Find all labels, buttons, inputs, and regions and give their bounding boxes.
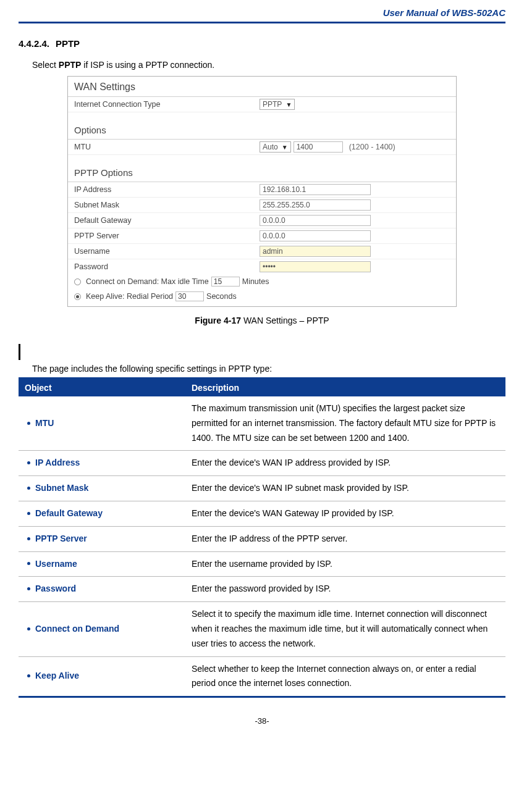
description-cell: Select whether to keep the Internet conn… (185, 656, 505, 697)
intro-post: if ISP is using a PPTP connection. (81, 60, 214, 70)
bullet-icon (27, 512, 30, 515)
ip-input[interactable]: 192.168.10.1 (260, 184, 371, 195)
mask-input[interactable]: 255.255.255.0 (260, 199, 371, 211)
options-title: Options (68, 112, 456, 140)
connect-on-demand-row[interactable]: Connect on Demand: Max idle Time 15 Minu… (68, 274, 456, 289)
keep-alive-row[interactable]: Keep Alive: Redial Period 30 Seconds (68, 289, 456, 306)
cod-idle-input[interactable]: 15 (211, 277, 240, 287)
conn-type-label: Internet Connection Type (74, 100, 260, 109)
section-title: PPTP (56, 38, 80, 49)
conn-type-select[interactable]: PPTP ▼ (260, 99, 295, 110)
ip-label: IP Address (74, 185, 260, 194)
bullet-icon (27, 627, 30, 630)
bullet-icon (27, 674, 30, 677)
gw-input[interactable]: 0.0.0.0 (260, 215, 371, 226)
caret-down-icon: ▼ (285, 101, 292, 108)
col-description: Description (185, 379, 505, 397)
figure-caption: Figure 4-17 WAN Settings – PPTP (19, 316, 505, 325)
bullet-icon (27, 422, 30, 425)
intro-bold: PPTP (59, 60, 82, 70)
section-heading: 4.4.2.4. PPTP (19, 38, 505, 49)
caret-down-icon: ▼ (282, 144, 288, 151)
table-row: Default GatewayEnter the device's WAN Ga… (19, 501, 505, 526)
gw-label: Default Gateway (74, 216, 260, 225)
table-row: Subnet MaskEnter the device's WAN IP sub… (19, 476, 505, 501)
mtu-mode-select[interactable]: Auto ▼ (260, 141, 291, 153)
object-cell: Default Gateway (19, 501, 185, 526)
page-header: User Manual of WBS-502AC (19, 0, 505, 23)
description-cell: Enter the IP address of the PPTP server. (185, 526, 505, 551)
srv-label: PPTP Server (74, 232, 260, 240)
ka-label: Keep Alive: Redial Period (86, 292, 173, 301)
object-cell: MTU (19, 396, 185, 451)
object-cell: Connect on Demand (19, 602, 185, 656)
pptp-options-title: PPTP Options (68, 155, 456, 182)
intro-text: Select PPTP if ISP is using a PPTP conne… (32, 60, 505, 70)
description-cell: Enter the username provided by ISP. (185, 551, 505, 577)
table-row: PPTP ServerEnter the IP address of the P… (19, 526, 505, 551)
table-row: Connect on DemandSelect it to specify th… (19, 602, 505, 656)
figure-title: WAN Settings – PPTP (241, 316, 329, 325)
radio-icon[interactable] (74, 293, 81, 300)
ka-period-input[interactable]: 30 (175, 291, 204, 301)
description-cell: Enter the password provided by ISP. (185, 577, 505, 602)
cod-label: Connect on Demand: Max idle Time (86, 277, 209, 286)
table-row: PasswordEnter the password provided by I… (19, 577, 505, 602)
page-number: -38- (19, 716, 505, 726)
section-number: 4.4.2.4. (19, 38, 49, 49)
text-cursor-icon (19, 344, 20, 360)
table-row: MTUThe maximum transmission unit (MTU) s… (19, 396, 505, 451)
object-cell: Password (19, 577, 185, 602)
wan-settings-title: WAN Settings (68, 77, 456, 97)
bullet-icon (27, 562, 30, 565)
table-intro: The page includes the following specific… (32, 364, 505, 374)
bullet-icon (27, 587, 30, 590)
object-cell: Username (19, 551, 185, 577)
radio-icon[interactable] (74, 278, 81, 285)
settings-table: Object Description MTUThe maximum transm… (19, 377, 505, 698)
table-row: UsernameEnter the username provided by I… (19, 551, 505, 577)
description-cell: Select it to specify the maximum idle ti… (185, 602, 505, 656)
mtu-label: MTU (74, 143, 260, 151)
pass-input[interactable]: ••••• (260, 261, 371, 272)
object-cell: Subnet Mask (19, 476, 185, 501)
description-cell: Enter the device's WAN Gateway IP provid… (185, 501, 505, 526)
figure-number: Figure 4-17 (195, 316, 241, 325)
wan-settings-panel: WAN Settings Internet Connection Type PP… (67, 76, 457, 307)
user-label: Username (74, 247, 260, 256)
mask-label: Subnet Mask (74, 201, 260, 209)
mtu-mode-value: Auto (263, 143, 278, 151)
description-cell: Enter the device's WAN IP address provid… (185, 451, 505, 476)
table-row: Keep AliveSelect whether to keep the Int… (19, 656, 505, 697)
bullet-icon (27, 487, 30, 490)
bullet-icon (27, 537, 30, 540)
mtu-input[interactable]: 1400 (294, 141, 343, 153)
object-cell: PPTP Server (19, 526, 185, 551)
conn-type-value: PPTP (263, 100, 282, 109)
cod-unit: Minutes (242, 277, 269, 286)
table-row: IP AddressEnter the device's WAN IP addr… (19, 451, 505, 476)
ka-unit: Seconds (206, 292, 237, 301)
user-input[interactable]: admin (260, 246, 371, 257)
object-cell: IP Address (19, 451, 185, 476)
object-cell: Keep Alive (19, 656, 185, 697)
description-cell: Enter the device's WAN IP subnet mask pr… (185, 476, 505, 501)
col-object: Object (19, 379, 185, 397)
bullet-icon (27, 461, 30, 464)
description-cell: The maximum transmission unit (MTU) spec… (185, 396, 505, 451)
pass-label: Password (74, 262, 260, 271)
intro-pre: Select (32, 60, 59, 70)
srv-input[interactable]: 0.0.0.0 (260, 230, 371, 241)
mtu-hint: (1200 - 1400) (349, 143, 395, 151)
header-title: User Manual of WBS-502AC (383, 7, 505, 18)
